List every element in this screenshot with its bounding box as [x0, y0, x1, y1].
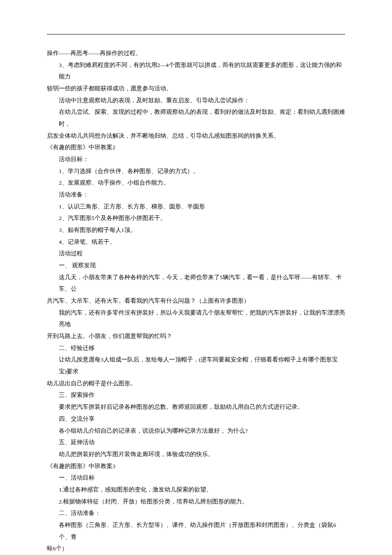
- text-line: 四、交流分享: [47, 413, 345, 425]
- text-line: 幼儿说出自己的帽子是什么图形。: [47, 378, 345, 390]
- text-line: 3、贴有图形的帽子每人1顶。: [47, 224, 345, 236]
- text-line: 2、发展观察、动手操作、小组合作能力。: [47, 177, 345, 189]
- text-line: 一、活动目标: [47, 472, 345, 484]
- text-line: 二、经验迁移: [47, 342, 345, 354]
- text-line: 我的汽车，还有许多零件没有拼装好，所以今天我要请几个朋友帮帮忙，把我的汽车拼装好…: [47, 307, 345, 330]
- text-line: 各种图形（三角形、正方形、长方型等）、课件、幼儿操作图片（开放图形和封闭图形）、…: [47, 519, 345, 543]
- text-line: 1、学习选择（合作伙伴、各种图形、记录的方式）。: [47, 165, 345, 177]
- text-line: 幼儿把拼装好的汽车图片装饰走廊环境，体验成功的快乐。: [47, 448, 345, 460]
- text-line: 《有趣的图形》中班教案2: [47, 142, 345, 153]
- document-body: 操作——再思考——再操作的过程。3、考虑到难易程度的不同，有的坑用2—4个图形就…: [47, 47, 345, 555]
- text-line: 较弱一些的孩子都能获得成功，愿意参与活动。: [47, 83, 345, 95]
- text-line: 要求把汽车拼装好后记录各种图形的总数。教师巡回观察，鼓励幼儿用自己的方式进行记录…: [47, 401, 345, 413]
- text-line: 1、认识三角形、正方形、长方形、梯形、圆形、半圆形: [47, 201, 345, 213]
- text-line: 1.通过各种感官，感知图形的变化，激发幼儿探索的欲望。: [47, 484, 345, 496]
- text-line: 蛙6个）: [47, 543, 345, 555]
- text-line: 操作——再思考——再操作的过程。: [47, 47, 345, 59]
- text-line: 启发全体幼儿共同想办法解决，并不断地归纳、总结，引导幼儿感知图形间的转换关系。: [47, 130, 345, 142]
- text-line: 各小组幼儿介绍自己的记录表，说说你认为哪种记录方法最好， 为什么?: [47, 425, 345, 437]
- text-line: 4、记录笔、纸若干。: [47, 236, 345, 248]
- text-line: 《有趣的图形》中班教案3: [47, 460, 345, 472]
- text-line: 2.根据物体特征（封闭、开放）给图形分类，培养幼儿辨别图形的能力。: [47, 496, 345, 508]
- text-line: 三、探索操作: [47, 389, 345, 401]
- text-line: 这几天，小朋友带来了各种各样的汽车，今天，老师也带来了5辆汽车，看一看，是什么车…: [47, 272, 345, 295]
- text-line: 二、活动准备：: [47, 507, 345, 519]
- text-line: 让幼儿按意愿每3人组成一队后，发给每人一顶帽子，(进车间要戴安全帽，仔细看看你帽…: [47, 354, 345, 377]
- text-line: 活动准备：: [47, 189, 345, 201]
- text-line: 共汽车、大吊车、还有火车。看看我的汽车有什么问题？（上面有许多图形）: [47, 295, 345, 307]
- text-line: 五、延伸活动: [47, 436, 345, 448]
- text-line: 活动过程: [47, 248, 345, 260]
- text-line: 2、汽车图形5个及各种图形小拼图若干。: [47, 212, 345, 224]
- text-line: 3、考虑到难易程度的不同，有的坑用2—4个图形就可以拼成，而有的坑就需要更多的图…: [47, 59, 345, 83]
- text-line: 在幼儿尝试、探索、发现的过程中，教师观察幼儿的表现，看到好的做法及时鼓励、肯定；…: [47, 106, 345, 130]
- page-divider: [47, 34, 345, 35]
- text-line: 一、 观察发现: [47, 260, 345, 272]
- text-line: 活动目标：: [47, 153, 345, 165]
- text-line: 活动中注意观察幼儿的表现，及时鼓励。重在启发、引导幼儿尝试操作：: [47, 95, 345, 107]
- text-line: 开到马路上去。小朋友，你们愿意帮我的忙吗？: [47, 330, 345, 342]
- document-page: 操作——再思考——再操作的过程。3、考虑到难易程度的不同，有的坑用2—4个图形就…: [0, 0, 392, 555]
